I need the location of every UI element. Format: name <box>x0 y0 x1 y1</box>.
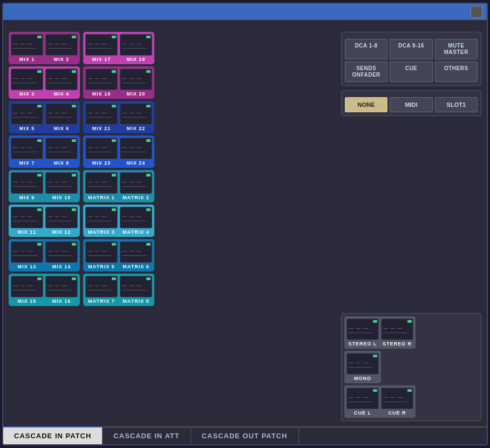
mix-button[interactable]: — — —MIX 10 <box>45 172 78 200</box>
screen-indicator <box>37 277 42 280</box>
mix-screen: — — — <box>120 172 152 194</box>
tab-in-att[interactable]: CASCADE IN ATT <box>103 427 190 444</box>
mix-button[interactable]: — — —MATRIX 7 <box>85 276 118 304</box>
screen-line <box>87 152 112 152</box>
mix-button[interactable]: — — —MIX 22 <box>120 103 152 131</box>
mix-label: MIX 4 <box>54 91 70 97</box>
screen-line <box>13 152 37 152</box>
mix-button[interactable]: — — —MIX 18 <box>120 34 152 62</box>
mix-button[interactable]: — — —MIX 15 <box>11 276 43 304</box>
mix-button[interactable]: — — —MIX 12 <box>45 207 78 235</box>
mix-label: MIX 2 <box>54 57 70 62</box>
mix-row: — — —MATRIX 7— — —MATRIX 8 <box>83 274 154 306</box>
mix-button[interactable]: — — —MATRIX 2 <box>120 172 152 200</box>
screen-dashes: — — — <box>349 325 369 331</box>
mix-label: MIX 24 <box>127 160 146 166</box>
mix-label: MIX 12 <box>52 229 71 235</box>
mix-button[interactable]: — — —MIX 23 <box>85 138 118 166</box>
mix-button[interactable]: — — —MIX 24 <box>120 138 152 166</box>
mix-button[interactable]: — — —MIX 3 <box>11 69 43 97</box>
tab-in-patch[interactable]: CASCADE IN PATCH <box>3 426 103 444</box>
screen-dashes: — — — <box>13 214 33 219</box>
mix-row: — — —MIX 15— — —MIX 16 <box>9 274 80 306</box>
mix-button[interactable]: — — —MIX 5 <box>11 103 43 131</box>
screen-indicator <box>37 174 42 177</box>
screen-indicator <box>72 105 76 107</box>
cascade-link-btn-dca9-16[interactable]: DCA 9-16 <box>390 39 432 59</box>
cascade-link-btn-mute-master[interactable]: MUTE MASTER <box>435 39 478 59</box>
mix-row: — — —MIX 1— — —MIX 2 <box>9 32 80 64</box>
mix-button[interactable]: — — —CUE L <box>346 388 379 416</box>
screen-line <box>47 117 72 118</box>
mix-button[interactable]: — — —MIX 8 <box>45 138 78 166</box>
screen-dashes: — — — <box>87 76 107 81</box>
mix-screen: — — — <box>45 207 78 228</box>
screen-indicator <box>72 277 76 280</box>
mix-button[interactable]: — — —MIX 21 <box>85 103 118 131</box>
cascade-link-btn-cue[interactable]: CUE <box>390 62 432 82</box>
screen-dashes: — — — <box>47 110 67 116</box>
mix-button[interactable]: — — —MIX 13 <box>11 241 43 269</box>
screen-line <box>87 186 112 187</box>
cascade-link-btn-others[interactable]: OTHERS <box>435 62 478 82</box>
mix-label: MATRIX 5 <box>88 264 114 269</box>
mix-button[interactable]: — — —MIX 19 <box>85 69 118 97</box>
mix-button[interactable]: — — —MATRIX 3 <box>85 207 118 235</box>
mix-button[interactable]: — — —MIX 1 <box>11 34 43 62</box>
mix-label: MIX 14 <box>52 264 71 269</box>
mix-label: MATRIX 1 <box>88 195 114 200</box>
stereo-row: — — —STEREO L— — —STEREO R <box>344 316 478 349</box>
mix-button[interactable]: — — —MONO <box>346 353 379 381</box>
close-button[interactable] <box>471 6 482 18</box>
screen-dashes: — — — <box>87 283 107 288</box>
screen-dashes: — — — <box>13 41 33 46</box>
mix-button[interactable]: — — —MIX 17 <box>85 34 118 62</box>
mix-button[interactable]: — — —MIX 11 <box>11 207 43 235</box>
mix-button[interactable]: — — —MIX 7 <box>11 138 43 166</box>
mix-button[interactable]: — — —MIX 4 <box>45 69 78 97</box>
mix-row: — — —MATRIX 1— — —MATRIX 2 <box>83 170 154 202</box>
cue-group: — — —CUE L— — —CUE R <box>344 385 416 418</box>
mix-button[interactable]: — — —MIX 9 <box>11 172 43 200</box>
screen-dashes: — — — <box>87 145 107 150</box>
mix-screen: — — — <box>85 207 118 228</box>
tab-out-patch[interactable]: CASCADE OUT PATCH <box>191 427 299 444</box>
mix-button[interactable]: — — —MATRIX 5 <box>85 241 118 269</box>
screen-indicator <box>72 139 76 142</box>
mix-button[interactable]: — — —CUE R <box>381 388 413 416</box>
comm-btn-slot1[interactable]: SLOT1 <box>435 97 478 112</box>
screen-line <box>87 83 112 83</box>
mix-label: MIX 9 <box>19 195 35 200</box>
screen-indicator <box>373 320 377 323</box>
cascade-link-panel: DCA 1-8DCA 9-16MUTE MASTERSENDS ONFADERC… <box>341 32 481 86</box>
cascade-link-btn-dca1-8[interactable]: DCA 1-8 <box>345 39 387 59</box>
mix-button[interactable]: — — —MIX 16 <box>45 276 78 304</box>
mix-label: MIX 7 <box>19 160 35 166</box>
screen-dashes: — — — <box>122 145 142 150</box>
mix-button[interactable]: — — —STEREO R <box>381 318 413 347</box>
screen-dashes: — — — <box>47 145 67 150</box>
mix-button[interactable]: — — —MATRIX 4 <box>120 207 152 235</box>
extra-outputs-section: — — —STEREO L— — —STEREO R— — —MONO— — —… <box>341 313 481 421</box>
mix-screen: — — — <box>85 276 118 297</box>
screen-line <box>47 221 72 221</box>
mix-label: MIX 17 <box>92 57 111 62</box>
mix-screen: — — — <box>11 276 43 297</box>
mix-button[interactable]: — — —MIX 6 <box>45 103 78 131</box>
mix-button[interactable]: — — —MIX 2 <box>45 34 78 62</box>
mix-screen: — — — <box>120 103 152 125</box>
screen-dashes: — — — <box>13 179 33 185</box>
mix-button[interactable]: — — —MIX 20 <box>120 69 152 97</box>
mix-button[interactable]: — — —MATRIX 6 <box>120 241 152 269</box>
comm-btn-none[interactable]: NONE <box>345 97 387 112</box>
screen-line <box>122 48 146 49</box>
mix-button[interactable]: — — —STEREO L <box>346 318 379 347</box>
mix-button[interactable]: — — —MIX 14 <box>45 241 78 269</box>
cascade-link-btn-sends-onfader[interactable]: SENDS ONFADER <box>345 62 387 82</box>
comm-btn-midi[interactable]: MIDI <box>390 97 432 112</box>
mix-button[interactable]: — — —MATRIX 1 <box>85 172 118 200</box>
mix-button[interactable]: — — —MATRIX 8 <box>120 276 152 304</box>
screen-line <box>122 83 146 83</box>
screen-indicator <box>112 70 116 73</box>
mix-label: MIX 11 <box>18 229 37 235</box>
